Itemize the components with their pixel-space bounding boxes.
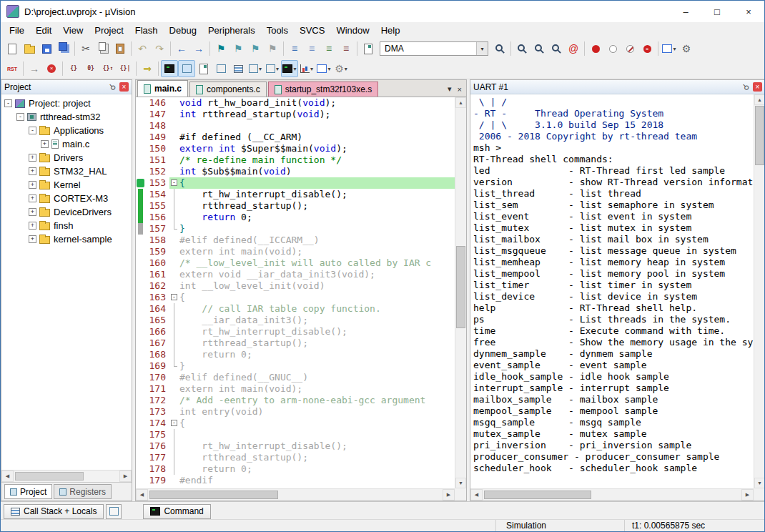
uart-hscrollbar[interactable]: ◀ ▶ <box>470 488 754 501</box>
expand-icon[interactable]: + <box>29 154 36 162</box>
run-to-line-button[interactable]: {}| <box>117 60 134 77</box>
close-document-icon[interactable]: × <box>458 85 462 94</box>
breakpoint-margin[interactable] <box>136 338 145 349</box>
uart-vscroll-thumb[interactable] <box>755 106 764 165</box>
code-text[interactable]: } <box>179 360 455 372</box>
nav-back-button[interactable]: ← <box>173 40 190 57</box>
disassembly-window-button[interactable] <box>178 60 195 77</box>
memory-window-button[interactable]: ▾ <box>264 60 281 77</box>
editor-vscrollbar[interactable]: ▲ ▼ <box>455 97 466 488</box>
breakpoint-margin[interactable] <box>136 475 145 486</box>
expand-icon[interactable]: + <box>29 167 36 175</box>
save-all-button[interactable] <box>55 40 72 57</box>
uart-vscrollbar[interactable]: ▲ ▼ <box>754 94 765 488</box>
breakpoint-margin[interactable] <box>136 212 145 223</box>
bookmark-clear-all-button[interactable]: ⚑ <box>264 40 281 57</box>
code-text[interactable]: #elif defined(__GNUC__) <box>179 372 455 383</box>
find-button[interactable] <box>548 40 565 57</box>
breakpoint-margin[interactable] <box>136 395 145 406</box>
breakpoint-enable-disable-button[interactable] <box>604 40 621 57</box>
menu-item-edit[interactable]: Edit <box>30 23 57 38</box>
serial-window-dropdown-icon[interactable]: ▾ <box>293 66 296 72</box>
uart-terminal[interactable]: \ | /- RT - Thread Operating System / | … <box>470 94 754 488</box>
scroll-right-icon[interactable]: ▶ <box>741 489 754 501</box>
breakpoint-margin[interactable] <box>136 97 145 109</box>
code-text[interactable]: int $Sub$$main(void) <box>179 166 455 177</box>
bookmark-toggle-button[interactable]: ⚑ <box>212 40 230 57</box>
code-text[interactable]: rtthread_startup(); <box>179 452 455 463</box>
open-file-button[interactable] <box>21 40 38 57</box>
bookmark-next-button[interactable]: ⚑ <box>247 40 264 57</box>
tree-item-finsh[interactable]: +finsh <box>1 219 132 232</box>
watch-window-dropdown-icon[interactable]: ▾ <box>259 66 262 72</box>
code-text[interactable]: { <box>179 418 455 429</box>
editor-hscrollbar[interactable]: ◀ ▶ <box>136 488 455 501</box>
tree-item-rtthread-stm32[interactable]: -rtthread-stm32 <box>1 110 132 124</box>
uncomment-selection-button[interactable]: ≡ <box>337 40 355 57</box>
breakpoint-margin[interactable] <box>136 303 145 315</box>
scroll-left-icon[interactable]: ◀ <box>470 489 483 501</box>
breakpoint-margin[interactable] <box>136 189 145 200</box>
step-over-button[interactable]: 0} <box>82 60 99 77</box>
code-text[interactable] <box>179 120 455 132</box>
editor-tab-components-c[interactable]: components.c <box>189 82 267 97</box>
tree-item-devicedrivers[interactable]: +DeviceDrivers <box>1 205 132 219</box>
tree-item-drivers[interactable]: +Drivers <box>1 151 132 164</box>
command-window-button[interactable] <box>161 60 178 77</box>
breakpoint-margin[interactable] <box>136 383 145 395</box>
menu-item-help[interactable]: Help <box>375 23 406 38</box>
breakpoint-margin[interactable] <box>136 143 145 154</box>
find-next-button[interactable] <box>491 40 508 57</box>
tree-item-kernel[interactable]: +Kernel <box>1 178 132 192</box>
menu-item-project[interactable]: Project <box>89 23 129 38</box>
breakpoint-margin[interactable] <box>136 200 145 212</box>
code-text[interactable]: // call IAR table copy function. <box>179 303 455 315</box>
combo-dropdown-icon[interactable]: ▾ <box>476 42 488 55</box>
editor-tab-main-c[interactable]: main.c <box>137 80 188 97</box>
expand-icon[interactable]: + <box>41 140 49 148</box>
menu-item-file[interactable]: File <box>4 23 30 38</box>
expand-icon[interactable]: + <box>29 208 36 216</box>
scroll-down-icon[interactable]: ▼ <box>455 478 466 488</box>
editor-hscroll-thumb[interactable] <box>149 491 278 499</box>
collapse-icon[interactable]: - <box>29 127 36 134</box>
system-viewer-dropdown-icon[interactable]: ▾ <box>327 66 330 72</box>
serial-window-button[interactable]: ▾ <box>281 60 298 77</box>
menu-item-tools[interactable]: Tools <box>261 23 294 38</box>
code-text[interactable]: void rt_hw_board_init(void); <box>179 97 455 109</box>
stop-run-button[interactable]: × <box>43 60 60 77</box>
breakpoint-margin[interactable] <box>136 452 145 463</box>
menu-item-window[interactable]: Window <box>330 23 375 38</box>
nav-forward-button[interactable]: → <box>190 40 207 57</box>
tree-item-applications[interactable]: -Applications <box>1 124 132 137</box>
analysis-window-button[interactable]: ▾ <box>298 60 315 77</box>
step-out-button[interactable]: {}↑ <box>99 60 117 77</box>
run-button[interactable]: → <box>26 60 43 77</box>
code-text[interactable]: extern void __iar_data_init3(void); <box>179 269 455 280</box>
code-text[interactable]: int rtthread_startup(void); <box>179 109 455 120</box>
expand-icon[interactable]: + <box>29 222 36 230</box>
menu-item-peripherals[interactable]: Peripherals <box>202 23 261 38</box>
scroll-right-icon[interactable]: ▶ <box>443 489 455 501</box>
indent-left-button[interactable]: ≡ <box>303 40 320 57</box>
breakpoint-margin[interactable] <box>136 132 145 143</box>
scroll-left-icon[interactable]: ◀ <box>1 471 14 482</box>
breakpoint-margin[interactable] <box>136 326 145 338</box>
tree-item-main-c[interactable]: +main.c <box>1 137 132 151</box>
paste-button[interactable] <box>112 40 129 57</box>
maximize-button[interactable]: □ <box>701 1 733 22</box>
watch-window-button[interactable]: ▾ <box>247 60 264 77</box>
project-windows-button[interactable]: ▾ <box>661 40 678 57</box>
close-button[interactable]: × <box>733 1 764 22</box>
code-text[interactable]: int __low_level_init(void) <box>179 280 455 292</box>
tab-list-dropdown-icon[interactable]: ▾ <box>448 84 452 94</box>
menu-item-view[interactable]: View <box>57 23 89 38</box>
code-text[interactable]: #endif <box>179 475 455 486</box>
scroll-down-icon[interactable]: ▼ <box>754 478 765 488</box>
code-text[interactable]: rtthread_startup(); <box>179 200 455 212</box>
expand-icon[interactable]: + <box>29 181 36 189</box>
code-text[interactable]: /* Add -eentry to arm-none-eabi-gcc argu… <box>179 395 455 406</box>
call-stack-window-button[interactable] <box>230 60 247 77</box>
code-text[interactable]: /* re-define main function */ <box>179 154 455 166</box>
code-text[interactable]: return 0; <box>179 349 455 360</box>
